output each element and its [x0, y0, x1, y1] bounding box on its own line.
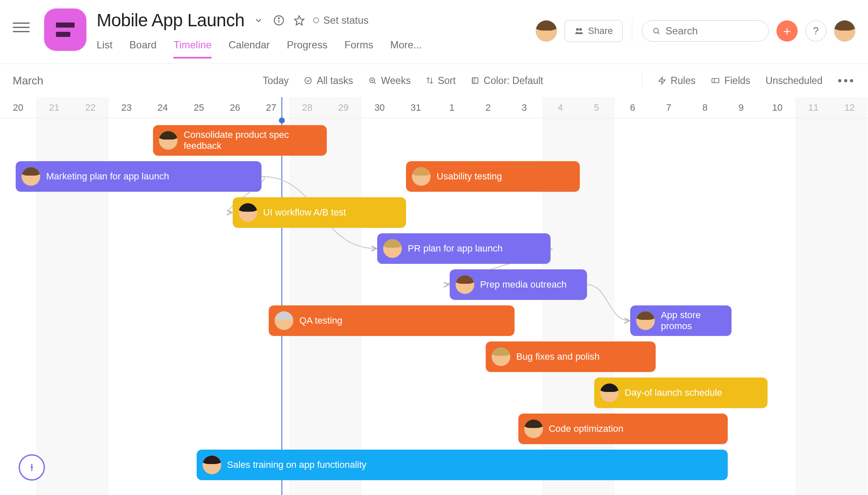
day-header[interactable]: 25	[181, 97, 217, 118]
task-bar[interactable]: Prep media outreach	[450, 269, 587, 300]
day-header[interactable]: 31	[398, 97, 434, 118]
status-dot-icon	[313, 17, 319, 23]
assignee-avatar	[524, 419, 543, 438]
assignee-avatar	[412, 167, 431, 186]
svg-line-7	[658, 32, 659, 34]
unscheduled-button[interactable]: Unscheduled	[765, 75, 822, 87]
tab-progress[interactable]: Progress	[287, 39, 328, 59]
fields-button[interactable]: Fields	[711, 75, 750, 87]
zoom-button[interactable]: Weeks	[368, 75, 411, 87]
day-header[interactable]: 29	[326, 97, 362, 118]
assignee-avatar	[239, 203, 257, 222]
task-bar[interactable]: PR plan for app launch	[377, 233, 551, 264]
member-avatar[interactable]	[536, 20, 557, 42]
filter-tasks-button[interactable]: All tasks	[304, 75, 353, 87]
svg-rect-16	[712, 78, 719, 83]
task-label: Consolidate product spec feedback	[184, 129, 320, 152]
day-header[interactable]: 1	[434, 97, 470, 118]
task-bar[interactable]: Marketing plan for app launch	[16, 161, 262, 192]
search-field[interactable]	[642, 20, 769, 42]
task-bar[interactable]: Code optimization	[518, 414, 728, 444]
day-header[interactable]: 7	[651, 97, 687, 118]
sort-button[interactable]: Sort	[426, 75, 456, 87]
svg-marker-15	[659, 77, 665, 84]
day-header[interactable]: 6	[615, 97, 651, 118]
info-icon[interactable]	[273, 14, 285, 27]
tab-calendar[interactable]: Calendar	[228, 39, 270, 59]
day-header[interactable]: 26	[217, 97, 253, 118]
task-bar[interactable]: Sales training on app functionality	[197, 450, 728, 480]
share-button[interactable]: Share	[565, 20, 623, 42]
task-bar[interactable]: Bug fixes and polish	[486, 341, 656, 372]
today-button[interactable]: Today	[263, 75, 289, 87]
day-header[interactable]: 4	[542, 97, 578, 118]
assignee-avatar	[159, 131, 178, 150]
svg-point-4	[576, 28, 579, 31]
day-header[interactable]: 21	[36, 97, 72, 118]
header-actions: Share ＋ ?	[536, 20, 855, 42]
task-label: Prep media outreach	[480, 279, 567, 290]
dependency-lines	[0, 97, 868, 479]
zoom-icon	[368, 76, 377, 85]
share-label: Share	[588, 25, 613, 36]
task-bar[interactable]: Day-of launch schedule	[594, 378, 768, 408]
svg-point-2	[278, 18, 279, 19]
set-status-button[interactable]: Set status	[313, 14, 369, 26]
task-bar[interactable]: QA testing	[269, 305, 515, 336]
assignee-avatar	[383, 239, 402, 258]
task-label: Marketing plan for app launch	[46, 171, 169, 182]
menu-toggle-button[interactable]	[13, 19, 30, 36]
task-bar[interactable]: App store promos	[630, 305, 732, 336]
task-bar[interactable]: UI workflow A/B test	[233, 197, 406, 228]
star-icon[interactable]	[293, 14, 306, 27]
task-label: UI workflow A/B test	[263, 207, 346, 218]
color-button[interactable]: Color: Default	[471, 75, 543, 87]
assignee-avatar	[22, 167, 40, 186]
tab-timeline[interactable]: Timeline	[173, 39, 211, 59]
help-button[interactable]: ?	[805, 20, 826, 42]
tab-forms[interactable]: Forms	[345, 39, 373, 59]
project-title[interactable]: Mobile App Launch	[97, 10, 245, 31]
day-header[interactable]: 27	[253, 97, 289, 118]
tab-more[interactable]: More...	[390, 39, 422, 59]
day-header[interactable]: 11	[796, 97, 832, 118]
task-bar[interactable]: Consolidate product spec feedback	[153, 125, 326, 156]
task-bar[interactable]: Usability testing	[406, 161, 579, 192]
day-header[interactable]: 5	[579, 97, 615, 118]
tab-board[interactable]: Board	[129, 39, 156, 59]
task-label: Code optimization	[549, 423, 623, 434]
svg-point-6	[654, 28, 658, 33]
color-icon	[471, 76, 479, 85]
day-header[interactable]: 8	[687, 97, 723, 118]
rules-button[interactable]: Rules	[658, 75, 696, 87]
day-header[interactable]: 12	[832, 97, 868, 118]
day-header[interactable]: 3	[506, 97, 542, 118]
project-icon[interactable]	[44, 8, 86, 51]
sort-icon	[426, 77, 434, 84]
project-dropdown-button[interactable]	[252, 14, 265, 27]
day-header[interactable]: 2	[470, 97, 506, 118]
fields-icon	[711, 76, 720, 85]
day-header[interactable]: 10	[759, 97, 795, 118]
day-header[interactable]: 23	[108, 97, 145, 118]
app-header: Mobile App Launch Set status ListBoardTi…	[0, 0, 868, 64]
day-header[interactable]: 20	[0, 97, 36, 118]
floating-help-button[interactable]	[19, 454, 45, 481]
svg-point-5	[579, 28, 582, 31]
assignee-avatar	[456, 275, 474, 294]
day-header[interactable]: 28	[289, 97, 325, 118]
quick-add-button[interactable]: ＋	[776, 20, 798, 42]
day-header[interactable]: 30	[362, 97, 398, 118]
day-header[interactable]: 24	[145, 97, 181, 118]
assignee-avatar	[636, 311, 655, 330]
current-user-avatar[interactable]	[834, 20, 855, 42]
timeline[interactable]: 202122232425262728293031123456789101112 …	[0, 97, 868, 495]
more-options-button[interactable]: •••	[838, 74, 855, 87]
task-label: App store promos	[661, 310, 726, 332]
svg-marker-3	[295, 16, 304, 25]
search-input[interactable]	[665, 25, 758, 37]
day-header[interactable]: 9	[723, 97, 759, 118]
day-header[interactable]: 22	[72, 97, 108, 118]
assignee-avatar	[203, 456, 221, 474]
tab-list[interactable]: List	[97, 39, 112, 59]
